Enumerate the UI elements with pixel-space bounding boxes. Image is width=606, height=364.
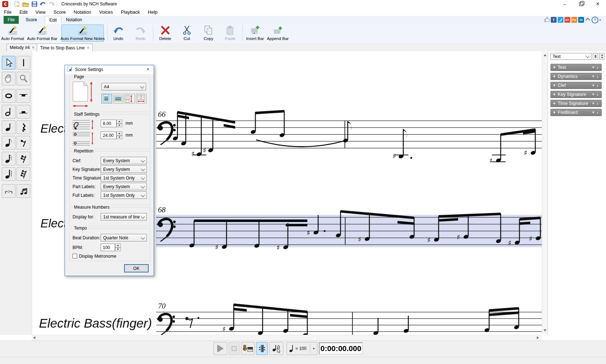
move-down-icon[interactable]: ▼	[592, 84, 595, 87]
new-file-icon[interactable]	[13, 1, 21, 7]
ribbon-tab-file[interactable]: File	[4, 16, 19, 24]
whole-note-tool[interactable]	[2, 89, 16, 103]
vertical-scrollbar[interactable]	[542, 51, 548, 335]
panel-section-fretboard[interactable]: + FretBoard ▼ ▲	[550, 109, 602, 116]
dialog-title-bar[interactable]: Score Settings ×	[65, 65, 154, 74]
menu-file[interactable]: File	[0, 8, 16, 16]
help-icon[interactable]: ?	[592, 17, 598, 23]
close-button[interactable]: ×	[589, 0, 606, 8]
page-size-select[interactable]: A4	[101, 83, 146, 90]
triplet-tool[interactable]: 3	[2, 184, 16, 198]
instruments-button[interactable]	[241, 342, 255, 355]
clef-select[interactable]: Every System	[101, 157, 147, 164]
menu-help[interactable]: Help	[144, 8, 162, 16]
undo-button[interactable]: Undo	[110, 25, 127, 42]
ribbon-tab-notation[interactable]: Notation	[63, 16, 85, 24]
scroll-up-icon[interactable]	[544, 54, 546, 56]
doc-tab-melody[interactable]: Melody #4 ×	[6, 44, 38, 51]
play-notes-on-click-button[interactable]	[269, 342, 284, 355]
auto-format-bar-button[interactable]: Auto Format Bar	[25, 25, 59, 42]
close-tab-icon[interactable]: ×	[87, 45, 89, 50]
move-up-icon[interactable]: ▲	[596, 84, 599, 87]
menu-notation[interactable]: Notation	[70, 8, 95, 16]
time-signature-select[interactable]: 1st System Only	[101, 174, 147, 182]
horizontal-scrollbar[interactable]	[32, 335, 542, 341]
restore-button[interactable]	[573, 0, 589, 8]
append-bar-button[interactable]: Append Bar	[267, 25, 289, 42]
minimize-button[interactable]: –	[556, 0, 573, 8]
ribbon-tab-edit[interactable]: Edit	[45, 16, 61, 24]
full-labels-select[interactable]: 1st System Only	[101, 191, 147, 199]
panel-section-clef[interactable]: + Clef ▼ ▲	[550, 82, 602, 89]
delete-button[interactable]: Delete	[156, 25, 175, 42]
stop-button[interactable]	[229, 342, 240, 355]
move-down-icon[interactable]: ▼	[592, 102, 595, 105]
menu-view[interactable]: View	[31, 8, 49, 16]
expand-all-button[interactable]	[593, 53, 598, 60]
tie-tool[interactable]	[17, 184, 30, 198]
insert-bar-button[interactable]: Insert Bar	[245, 25, 265, 42]
pan-tool[interactable]	[2, 72, 16, 85]
loop-playback-button[interactable]	[256, 342, 268, 355]
paste-button[interactable]: Paste	[221, 25, 240, 42]
part-labels-select[interactable]: Every System	[101, 183, 147, 190]
panel-category-select[interactable]: Text	[550, 53, 592, 60]
whole-rest-tool[interactable]	[17, 89, 30, 103]
redo-button[interactable]: Redo	[132, 25, 149, 42]
sixteenth-note-tool[interactable]	[2, 152, 16, 165]
dialog-close-button[interactable]: ×	[143, 66, 153, 73]
bpm-input[interactable]: 100	[101, 244, 115, 251]
menu-edit[interactable]: Edit	[16, 8, 31, 16]
nch-icon[interactable]	[571, 17, 577, 23]
staff-gap-input[interactable]: 24.00	[101, 132, 117, 139]
key-signature-select[interactable]: Every System	[101, 165, 147, 173]
scroll-left-icon[interactable]	[33, 336, 35, 339]
facebook-icon[interactable]: f	[551, 17, 557, 23]
close-tab-icon[interactable]: ×	[32, 45, 34, 50]
doc-tab-bass-line[interactable]: Time to Stop Bass Line ×	[37, 44, 93, 52]
like-icon[interactable]	[544, 17, 550, 23]
half-rest-tool[interactable]	[17, 105, 30, 119]
panel-section-dynamics[interactable]: + Dynamics ▼ ▲	[550, 73, 602, 80]
googleplus-icon[interactable]: G+	[565, 17, 570, 23]
move-up-icon[interactable]: ▲	[596, 102, 599, 105]
orientation-portrait-button[interactable]	[101, 94, 112, 103]
undo-icon[interactable]	[39, 1, 47, 7]
move-down-icon[interactable]: ▼	[592, 111, 595, 114]
eighth-note-tool[interactable]	[2, 136, 16, 150]
staff-gap-spinner[interactable]	[117, 132, 122, 139]
move-up-icon[interactable]: ▲	[596, 66, 599, 69]
save-icon[interactable]	[31, 1, 38, 7]
move-up-icon[interactable]: ▲	[596, 111, 599, 114]
play-button[interactable]	[214, 342, 227, 355]
copy-button[interactable]: Copy	[199, 25, 218, 42]
panel-section-text[interactable]: + Text ▼ ▲	[550, 64, 602, 71]
display-for-select[interactable]: 1st measure of line	[101, 213, 147, 221]
panel-section-time-signature[interactable]: + Time Signature ▼ ▲	[550, 100, 602, 107]
select-tool[interactable]	[2, 56, 16, 70]
orientation-landscape-button[interactable]	[113, 94, 123, 103]
cut-button[interactable]: Cut	[177, 25, 196, 42]
staff-size-spinner[interactable]	[117, 120, 122, 127]
panel-section-key-signature[interactable]: + Key Signature ▼ ▲	[550, 91, 602, 98]
redo-icon[interactable]	[48, 1, 55, 7]
scroll-down-icon[interactable]	[544, 329, 546, 332]
half-note-tool[interactable]	[2, 105, 16, 119]
barline-tool[interactable]	[17, 56, 30, 70]
tempo-button[interactable]: = 100 ▾	[286, 342, 317, 355]
ok-button[interactable]: OK	[124, 264, 149, 272]
collapse-ribbon-icon[interactable]	[585, 18, 590, 22]
eighth-rest-tool[interactable]	[17, 136, 30, 150]
pages-landscape-button[interactable]	[136, 94, 146, 103]
auto-format-new-notes-button[interactable]: Auto Format New Notes	[61, 25, 104, 42]
thirtysecond-note-tool[interactable]	[2, 167, 16, 181]
quarter-rest-tool[interactable]	[17, 120, 30, 134]
move-down-icon[interactable]: ▼	[592, 66, 595, 69]
tempo-dropdown-icon[interactable]: ▾	[313, 347, 315, 350]
bpm-spinner[interactable]	[115, 244, 121, 251]
quarter-note-tool[interactable]	[2, 120, 16, 134]
scroll-right-icon[interactable]	[537, 336, 539, 339]
menu-score[interactable]: Score	[49, 8, 70, 16]
ribbon-tab-score[interactable]: Score	[21, 16, 42, 24]
collapse-all-button[interactable]	[599, 53, 605, 60]
